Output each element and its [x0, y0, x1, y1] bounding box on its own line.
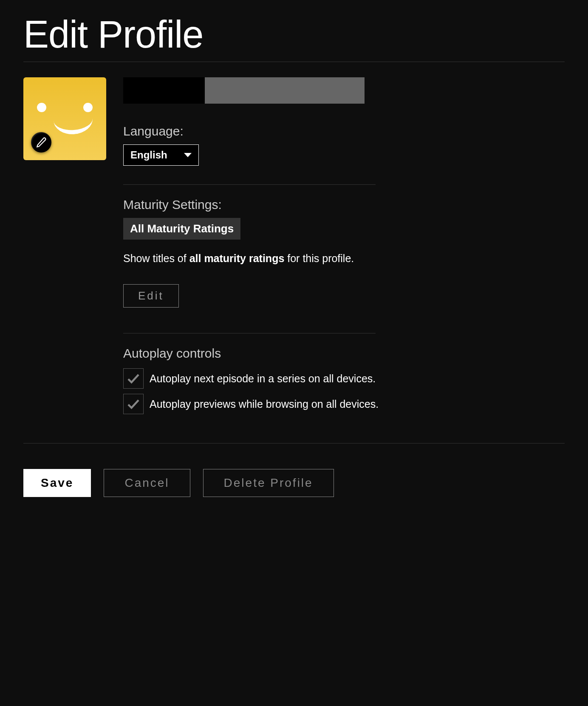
avatar-eye-right [83, 103, 93, 112]
autoplay-next-row: Autoplay next episode in a series on all… [123, 368, 565, 389]
delete-profile-button[interactable]: Delete Profile [203, 469, 334, 497]
profile-row: Language: English Maturity Settings: All… [23, 77, 565, 419]
maturity-label: Maturity Settings: [123, 198, 565, 212]
language-selected: English [130, 149, 167, 161]
autoplay-previews-row: Autoplay previews while browsing on all … [123, 394, 565, 414]
section-divider-1 [123, 184, 376, 185]
language-label: Language: [123, 124, 565, 138]
chevron-down-icon [184, 153, 192, 157]
language-select[interactable]: English [123, 144, 199, 166]
bottom-divider [23, 443, 565, 443]
edit-avatar-button[interactable] [31, 132, 51, 152]
autoplay-next-label: Autoplay next episode in a series on all… [150, 373, 376, 385]
maturity-desc-bold: all maturity ratings [189, 252, 285, 264]
title-divider [23, 62, 565, 62]
maturity-desc-prefix: Show titles of [123, 252, 189, 264]
redacted-name [123, 77, 205, 104]
edit-maturity-button[interactable]: Edit [123, 284, 179, 308]
form-column: Language: English Maturity Settings: All… [123, 77, 565, 419]
maturity-description: Show titles of all maturity ratings for … [123, 252, 565, 265]
autoplay-previews-label: Autoplay previews while browsing on all … [150, 398, 379, 410]
check-icon [126, 371, 141, 386]
maturity-desc-suffix: for this profile. [284, 252, 354, 264]
save-button[interactable]: Save [23, 469, 91, 497]
cancel-button[interactable]: Cancel [104, 469, 190, 497]
section-divider-2 [123, 333, 376, 333]
action-row: Save Cancel Delete Profile [23, 469, 565, 497]
autoplay-next-checkbox[interactable] [123, 368, 144, 389]
avatar-container [23, 77, 106, 160]
check-icon [126, 396, 141, 412]
page-title: Edit Profile [23, 13, 565, 56]
autoplay-label: Autoplay controls [123, 346, 565, 361]
autoplay-previews-checkbox[interactable] [123, 394, 144, 414]
pencil-icon [36, 137, 47, 148]
maturity-chip: All Maturity Ratings [123, 218, 240, 240]
avatar-eye-left [37, 103, 46, 112]
profile-name-input[interactable] [123, 77, 365, 104]
avatar-smile [54, 115, 94, 136]
